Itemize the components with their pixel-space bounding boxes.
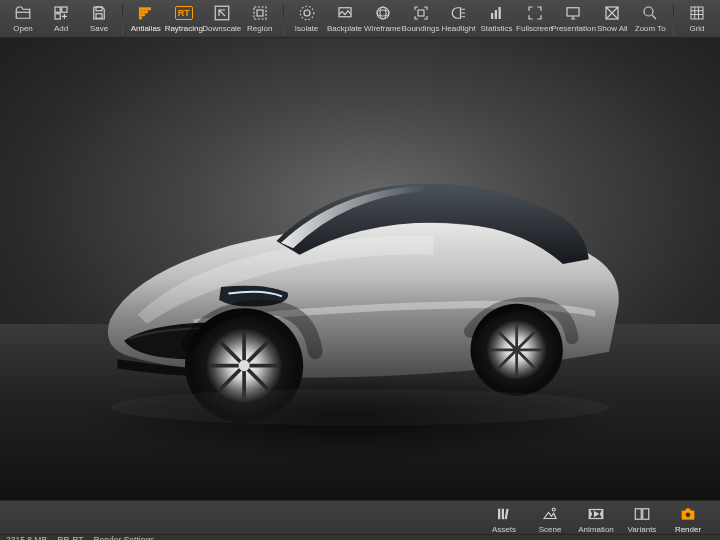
antialias-button[interactable]: Antialias (127, 2, 165, 33)
svg-rect-25 (491, 13, 493, 19)
isolate-icon (298, 4, 316, 22)
svg-point-30 (644, 7, 653, 16)
tab-animation[interactable]: Animation (574, 503, 618, 534)
wireframe-icon (374, 4, 392, 22)
library-icon (495, 505, 513, 523)
zoom-to-icon (641, 4, 659, 22)
wireframe-label: Wireframe (364, 24, 401, 33)
wireframe-button[interactable]: Wireframe (364, 2, 402, 33)
bottom-bar: Assets Scene Animation Variants Render (0, 500, 720, 540)
svg-rect-10 (142, 11, 144, 13)
backplate-icon (336, 4, 354, 22)
tab-render-label: Render (675, 525, 701, 534)
downscale-icon (213, 4, 231, 22)
rt-badge: RT (175, 6, 193, 20)
svg-rect-13 (142, 14, 144, 16)
svg-rect-26 (494, 10, 496, 19)
svg-rect-2 (55, 14, 60, 19)
add-button[interactable]: Add (42, 2, 80, 33)
toolbar-divider (122, 5, 123, 35)
open-label: Open (13, 24, 33, 33)
show-all-button[interactable]: Show All (593, 2, 631, 33)
folder-open-icon (14, 4, 32, 22)
svg-rect-17 (257, 10, 263, 16)
fullscreen-icon (526, 4, 544, 22)
headlight-button[interactable]: Headlight (440, 2, 478, 33)
svg-rect-9 (139, 11, 141, 13)
show-all-label: Show All (597, 24, 628, 33)
svg-rect-42 (635, 509, 641, 520)
grid-button[interactable]: Grid (678, 2, 716, 33)
region-icon (251, 4, 269, 22)
isolate-label: Isolate (295, 24, 319, 33)
tab-variants-label: Variants (628, 525, 657, 534)
presentation-button[interactable]: Presentation (554, 2, 594, 33)
open-button[interactable]: Open (4, 2, 42, 33)
tab-assets[interactable]: Assets (482, 503, 526, 534)
animation-icon (587, 505, 605, 523)
isolate-button[interactable]: Isolate (288, 2, 326, 33)
svg-rect-39 (505, 509, 509, 520)
svg-rect-28 (567, 8, 579, 16)
rt-icon: RT (175, 4, 193, 22)
save-button[interactable]: Save (80, 2, 118, 33)
region-button[interactable]: Region (241, 2, 279, 33)
region-label: Region (247, 24, 272, 33)
svg-rect-11 (145, 11, 147, 13)
svg-rect-5 (139, 8, 141, 10)
svg-rect-0 (55, 7, 60, 12)
presentation-icon (564, 4, 582, 22)
tab-render[interactable]: Render (666, 503, 710, 534)
grid-label: Grid (689, 24, 704, 33)
statistics-label: Statistics (481, 24, 513, 33)
toolbar-divider (283, 5, 284, 35)
svg-rect-37 (498, 509, 500, 520)
svg-rect-8 (148, 8, 150, 10)
tab-scene-label: Scene (539, 525, 562, 534)
show-all-icon (603, 4, 621, 22)
svg-point-19 (300, 6, 314, 20)
zoom-to-button[interactable]: Zoom To (631, 2, 669, 33)
downscale-label: Downscale (202, 24, 241, 33)
bottom-tabs: Assets Scene Animation Variants Render (0, 501, 720, 534)
svg-point-44 (685, 512, 690, 517)
tab-variants[interactable]: Variants (620, 503, 664, 534)
floppy-icon (90, 4, 108, 22)
svg-point-18 (304, 10, 310, 16)
variants-icon (633, 505, 651, 523)
raytracing-button[interactable]: RT Raytracing (165, 2, 203, 33)
svg-point-21 (377, 10, 389, 16)
headlight-icon (450, 4, 468, 22)
backplate-button[interactable]: Backplate (326, 2, 364, 33)
svg-rect-3 (96, 7, 102, 11)
antialias-label: Antialias (131, 24, 161, 33)
scene-icon (541, 505, 559, 523)
svg-rect-6 (142, 8, 144, 10)
boundings-button[interactable]: Boundings (402, 2, 440, 33)
status-memory: 2315.8 MB (6, 535, 47, 540)
downscale-button[interactable]: Downscale (203, 2, 241, 33)
top-toolbar: Open Add Save Antialias RT Raytracing Do… (0, 0, 720, 38)
svg-point-40 (552, 508, 555, 511)
fullscreen-label: Fullscreen (516, 24, 553, 33)
tab-animation-label: Animation (578, 525, 614, 534)
presentation-label: Presentation (551, 24, 596, 33)
svg-rect-1 (62, 7, 67, 12)
svg-rect-27 (498, 7, 500, 19)
tab-scene[interactable]: Scene (528, 503, 572, 534)
svg-rect-38 (502, 509, 504, 520)
svg-rect-12 (139, 14, 141, 16)
fullscreen-button[interactable]: Fullscreen (516, 2, 554, 33)
toolbar-divider (673, 5, 674, 35)
car-model (50, 130, 669, 435)
svg-rect-4 (96, 14, 102, 19)
zoom-to-label: Zoom To (635, 24, 666, 33)
render-viewport[interactable] (0, 38, 720, 500)
svg-rect-14 (139, 17, 141, 19)
statistics-button[interactable]: Statistics (478, 2, 516, 33)
svg-rect-24 (418, 10, 424, 16)
status-panel: Render Settings (93, 535, 154, 540)
svg-point-36 (111, 389, 610, 426)
status-mode: RR-RT (57, 535, 83, 540)
status-bar: 2315.8 MB RR-RT Render Settings (0, 534, 720, 540)
